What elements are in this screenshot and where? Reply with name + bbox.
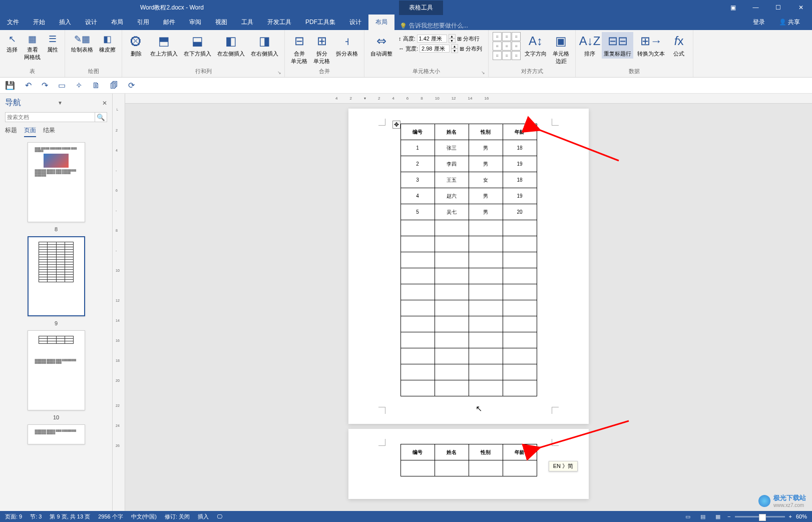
rowscols-launcher-icon[interactable]: ↘ — [277, 70, 281, 75]
close-button[interactable]: ✕ — [789, 0, 812, 15]
tab-devtools[interactable]: 开发工具 — [260, 15, 298, 30]
page-thumbnail-8[interactable]: ████ ██████ ████████ ██████ ████ ██████ … — [28, 142, 85, 222]
align-bl[interactable]: ≡ — [493, 51, 502, 60]
tab-insert[interactable]: 插入 — [52, 15, 78, 30]
insert-below-button[interactable]: ⬓在下方插入 — [182, 32, 213, 59]
zoom-in-button[interactable]: + — [789, 513, 792, 519]
qat-icon-3[interactable]: 🗎 — [92, 81, 100, 90]
align-br[interactable]: ≡ — [512, 51, 521, 60]
convert-to-text-button[interactable]: ⊞→转换为文本 — [635, 32, 667, 59]
zoom-slider[interactable] — [735, 516, 785, 517]
zoom-out-button[interactable]: − — [727, 513, 730, 519]
align-tl[interactable]: ≡ — [493, 32, 502, 41]
vertical-ruler[interactable]: └ 2 4 - 6 - 8 - 10 12 14 16 18 20 22 24 … — [113, 94, 125, 511]
nav-tab-headings[interactable]: 标题 — [5, 126, 17, 137]
status-word-count[interactable]: 2956 个字 — [98, 513, 123, 520]
split-cells-button[interactable]: ⊞拆分 单元格 — [311, 32, 332, 66]
tab-mail[interactable]: 邮件 — [156, 15, 182, 30]
undo-icon[interactable]: ↶ — [25, 81, 32, 90]
cell-margins-button[interactable]: ▣单元格 边距 — [551, 32, 571, 66]
nav-search-input[interactable] — [5, 112, 95, 122]
tab-file[interactable]: 文件 — [0, 15, 26, 30]
width-up[interactable]: ▲ — [451, 44, 458, 49]
table-move-handle-icon[interactable]: ✥ — [392, 121, 400, 129]
col-width-input[interactable] — [420, 45, 450, 53]
align-mr[interactable]: ≡ — [512, 42, 521, 51]
read-mode-icon[interactable]: ▭ — [682, 512, 693, 521]
page-thumbnail-9[interactable] — [28, 236, 85, 316]
tab-tools[interactable]: 工具 — [234, 15, 260, 30]
tab-table-layout[interactable]: 布局 — [368, 15, 394, 30]
height-down[interactable]: ▼ — [449, 39, 456, 43]
nav-close-icon[interactable]: ✕ — [102, 100, 107, 107]
split-table-button[interactable]: ⫞拆分表格 — [334, 32, 360, 59]
document-table-continued[interactable]: 编号 姓名 性别 年龄 — [400, 444, 537, 476]
select-button[interactable]: ↖选择 — [4, 32, 20, 55]
merge-cells-button[interactable]: ⊟合并 单元格 — [289, 32, 309, 66]
qat-icon-1[interactable]: ▭ — [58, 81, 66, 90]
tab-layout[interactable]: 布局 — [104, 15, 130, 30]
tab-pdf[interactable]: PDF工具集 — [298, 15, 342, 30]
insert-above-button[interactable]: ⬒在上方插入 — [148, 32, 180, 59]
status-page-of[interactable]: 第 9 页, 共 13 页 — [50, 513, 90, 520]
delete-button[interactable]: ⮿删除 — [126, 32, 146, 59]
align-mc[interactable]: ≡ — [502, 42, 511, 51]
save-icon[interactable]: 💾 — [5, 81, 15, 90]
autofit-button[interactable]: ⇔自动调整 — [368, 32, 394, 59]
align-tr[interactable]: ≡ — [512, 32, 521, 41]
nav-tab-results[interactable]: 结果 — [43, 126, 55, 137]
cellsize-launcher-icon[interactable]: ↘ — [481, 70, 485, 75]
tell-me-search[interactable]: 💡 告诉我您想要做什么... — [399, 22, 468, 30]
tab-view[interactable]: 视图 — [208, 15, 234, 30]
nav-dropdown-icon[interactable]: ▼ — [58, 100, 63, 106]
sort-button[interactable]: A↓Z排序 — [580, 32, 600, 59]
tab-references[interactable]: 引用 — [130, 15, 156, 30]
distribute-cols-button[interactable]: ⊞ 分布列 — [460, 45, 482, 53]
text-direction-button[interactable]: A↕文字方向 — [523, 32, 549, 59]
align-ml[interactable]: ≡ — [493, 42, 502, 51]
nav-search-button[interactable]: 🔍 — [95, 112, 107, 122]
horizontal-ruler[interactable]: 42▾246810121416 — [125, 94, 812, 104]
tab-review[interactable]: 审阅 — [182, 15, 208, 30]
maximize-button[interactable]: ☐ — [767, 0, 789, 15]
minimize-button[interactable]: — — [744, 0, 767, 15]
share-button[interactable]: 👤 共享 — [772, 15, 807, 30]
page-thumbnail-10[interactable]: ████████ ██████ ████ ██████████ ████████… — [28, 330, 85, 410]
zoom-level[interactable]: 60% — [796, 513, 807, 519]
view-gridlines-button[interactable]: ▦查看 网格线 — [22, 32, 43, 62]
qat-icon-4[interactable]: 🗐 — [110, 81, 118, 90]
status-display-icon[interactable]: 🖵 — [217, 513, 222, 519]
formula-button[interactable]: fx公式 — [669, 32, 689, 59]
tab-home[interactable]: 开始 — [26, 15, 52, 30]
document-page-10[interactable]: 编号 姓名 性别 年龄 EN 》简 — [348, 429, 589, 499]
redo-icon[interactable]: ↷ — [42, 81, 48, 90]
print-layout-icon[interactable]: ▤ — [697, 512, 708, 521]
align-bc[interactable]: ≡ — [502, 51, 511, 60]
distribute-rows-button[interactable]: ⊞ 分布行 — [457, 35, 480, 43]
page-thumbnail-11[interactable]: ████████ ██████ ████ ██████████ ████████… — [28, 424, 85, 444]
nav-tab-pages[interactable]: 页面 — [24, 126, 36, 137]
width-down[interactable]: ▼ — [451, 49, 458, 53]
repeat-header-rows-button[interactable]: ⊟⊟重复标题行 — [602, 32, 633, 59]
properties-button[interactable]: ☰属性 — [45, 32, 61, 55]
document-scroll-area[interactable]: 42▾246810121416 ✥ 编号 姓名 性别 年龄 1张三男18 2李四… — [125, 94, 812, 511]
tab-design[interactable]: 设计 — [78, 15, 104, 30]
login-button[interactable]: 登录 — [746, 15, 772, 30]
status-track-changes[interactable]: 修订: 关闭 — [165, 513, 190, 520]
qat-icon-2[interactable]: ✧ — [76, 81, 82, 90]
status-section[interactable]: 节: 3 — [30, 513, 42, 520]
status-language[interactable]: 中文(中国) — [131, 513, 157, 520]
insert-left-button[interactable]: ◧在左侧插入 — [215, 32, 247, 59]
eraser-button[interactable]: ◧橡皮擦 — [97, 32, 118, 55]
align-tc[interactable]: ≡ — [502, 32, 511, 41]
status-page[interactable]: 页面: 9 — [5, 513, 22, 520]
document-page-9[interactable]: ✥ 编号 姓名 性别 年龄 1张三男18 2李四男19 3王五女18 4赵六男1… — [348, 109, 589, 424]
insert-right-button[interactable]: ◨在右侧插入 — [249, 32, 280, 59]
qat-icon-5[interactable]: ⟳ — [128, 81, 135, 90]
row-height-input[interactable] — [417, 35, 447, 43]
draw-table-button[interactable]: ✎▦绘制表格 — [69, 32, 95, 55]
tab-table-design[interactable]: 设计 — [342, 15, 368, 30]
web-layout-icon[interactable]: ▦ — [712, 512, 723, 521]
height-up[interactable]: ▲ — [449, 34, 456, 39]
ribbon-options-icon[interactable]: ▣ — [722, 0, 744, 15]
